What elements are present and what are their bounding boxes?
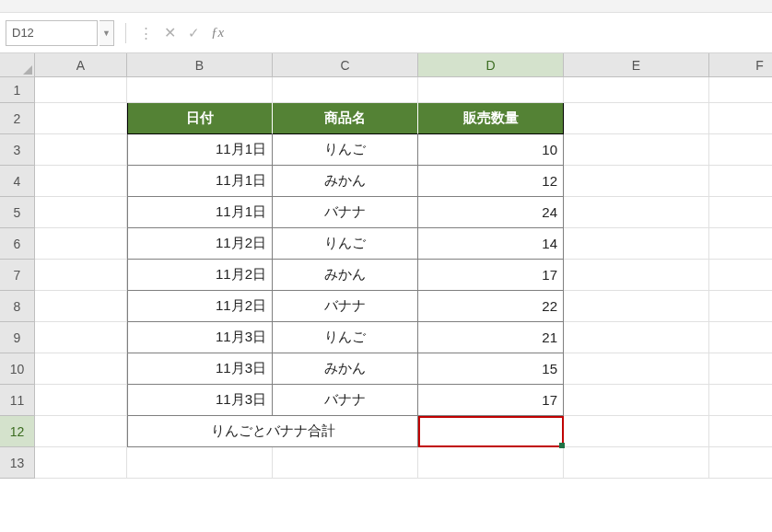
cell-F11[interactable]: [709, 385, 772, 416]
cell-B6[interactable]: 11月2日: [127, 228, 273, 260]
cell-C10[interactable]: みかん: [273, 353, 418, 385]
row-header-7[interactable]: 7: [0, 260, 35, 291]
cell-D5[interactable]: 24: [418, 197, 564, 228]
cell-F4[interactable]: [709, 166, 772, 197]
col-header-C[interactable]: C: [273, 53, 418, 77]
cell-A2[interactable]: [35, 103, 127, 134]
cell-D2[interactable]: 販売数量: [418, 103, 564, 134]
cell-C1[interactable]: [273, 77, 418, 103]
cell-F12[interactable]: [709, 416, 772, 447]
formula-input[interactable]: [235, 20, 766, 46]
cell-E13[interactable]: [564, 447, 709, 479]
row-12[interactable]: りんごとバナナ合計: [35, 416, 772, 447]
col-header-A[interactable]: A: [35, 53, 127, 77]
cell-F6[interactable]: [709, 228, 772, 260]
cell-B12-C12-merged[interactable]: りんごとバナナ合計: [127, 416, 418, 447]
cell-D13[interactable]: [418, 447, 564, 479]
cell-A12[interactable]: [35, 416, 127, 447]
cell-B13[interactable]: [127, 447, 273, 479]
row-4[interactable]: 11月1日 みかん 12: [35, 166, 772, 197]
cell-F10[interactable]: [709, 353, 772, 385]
cell-A3[interactable]: [35, 134, 127, 166]
cell-C7[interactable]: みかん: [273, 260, 418, 291]
cell-B3[interactable]: 11月1日: [127, 134, 273, 166]
row-header-10[interactable]: 10: [0, 353, 35, 385]
cell-E7[interactable]: [564, 260, 709, 291]
cell-D1[interactable]: [418, 77, 564, 103]
cell-C9[interactable]: りんご: [273, 322, 418, 353]
cell-F9[interactable]: [709, 322, 772, 353]
cell-E9[interactable]: [564, 322, 709, 353]
cell-F1[interactable]: [709, 77, 772, 103]
cell-A10[interactable]: [35, 353, 127, 385]
row-header-12[interactable]: 12: [0, 416, 35, 447]
row-2[interactable]: 日付 商品名 販売数量: [35, 103, 772, 134]
cell-D6[interactable]: 14: [418, 228, 564, 260]
cell-C6[interactable]: りんご: [273, 228, 418, 260]
cell-C3[interactable]: りんご: [273, 134, 418, 166]
cell-A7[interactable]: [35, 260, 127, 291]
cell-D10[interactable]: 15: [418, 353, 564, 385]
row-5[interactable]: 11月1日 バナナ 24: [35, 197, 772, 228]
cell-C11[interactable]: バナナ: [273, 385, 418, 416]
cell-F8[interactable]: [709, 291, 772, 322]
row-header-9[interactable]: 9: [0, 322, 35, 353]
row-header-4[interactable]: 4: [0, 166, 35, 197]
cell-B1[interactable]: [127, 77, 273, 103]
cell-C5[interactable]: バナナ: [273, 197, 418, 228]
row-header-6[interactable]: 6: [0, 228, 35, 260]
cell-D8[interactable]: 22: [418, 291, 564, 322]
cell-D4[interactable]: 12: [418, 166, 564, 197]
col-header-D[interactable]: D: [418, 53, 564, 77]
col-header-E[interactable]: E: [564, 53, 709, 77]
cell-B4[interactable]: 11月1日: [127, 166, 273, 197]
cell-B10[interactable]: 11月3日: [127, 353, 273, 385]
cell-C4[interactable]: みかん: [273, 166, 418, 197]
row-header-2[interactable]: 2: [0, 103, 35, 134]
cell-E11[interactable]: [564, 385, 709, 416]
row-header-13[interactable]: 13: [0, 447, 35, 479]
col-header-B[interactable]: B: [127, 53, 273, 77]
cell-E8[interactable]: [564, 291, 709, 322]
cell-F2[interactable]: [709, 103, 772, 134]
cell-B11[interactable]: 11月3日: [127, 385, 273, 416]
row-6[interactable]: 11月2日 りんご 14: [35, 228, 772, 260]
cell-E1[interactable]: [564, 77, 709, 103]
cell-E4[interactable]: [564, 166, 709, 197]
col-header-F[interactable]: F: [709, 53, 772, 77]
cells-area[interactable]: 日付 商品名 販売数量 11月1日 りんご 10 11月1日 みかん 12: [35, 77, 772, 479]
cell-B2[interactable]: 日付: [127, 103, 273, 134]
cell-F7[interactable]: [709, 260, 772, 291]
select-all-corner[interactable]: [0, 53, 35, 77]
cell-F3[interactable]: [709, 134, 772, 166]
cell-F5[interactable]: [709, 197, 772, 228]
cell-C2[interactable]: 商品名: [273, 103, 418, 134]
cell-D9[interactable]: 21: [418, 322, 564, 353]
cell-A4[interactable]: [35, 166, 127, 197]
cell-B8[interactable]: 11月2日: [127, 291, 273, 322]
cell-D12[interactable]: [418, 416, 564, 447]
cell-A6[interactable]: [35, 228, 127, 260]
row-11[interactable]: 11月3日 バナナ 17: [35, 385, 772, 416]
cell-A11[interactable]: [35, 385, 127, 416]
cell-A9[interactable]: [35, 322, 127, 353]
name-box-dropdown[interactable]: ▼: [99, 20, 114, 46]
row-13[interactable]: [35, 447, 772, 479]
cell-C13[interactable]: [273, 447, 418, 479]
row-header-1[interactable]: 1: [0, 77, 35, 103]
row-7[interactable]: 11月2日 みかん 17: [35, 260, 772, 291]
cell-B5[interactable]: 11月1日: [127, 197, 273, 228]
cell-D11[interactable]: 17: [418, 385, 564, 416]
row-header-3[interactable]: 3: [0, 134, 35, 166]
cell-B7[interactable]: 11月2日: [127, 260, 273, 291]
row-8[interactable]: 11月2日 バナナ 22: [35, 291, 772, 322]
row-9[interactable]: 11月3日 りんご 21: [35, 322, 772, 353]
cell-E3[interactable]: [564, 134, 709, 166]
cell-A13[interactable]: [35, 447, 127, 479]
cell-B9[interactable]: 11月3日: [127, 322, 273, 353]
cell-A8[interactable]: [35, 291, 127, 322]
cell-D7[interactable]: 17: [418, 260, 564, 291]
cell-E5[interactable]: [564, 197, 709, 228]
cell-E6[interactable]: [564, 228, 709, 260]
cell-A5[interactable]: [35, 197, 127, 228]
